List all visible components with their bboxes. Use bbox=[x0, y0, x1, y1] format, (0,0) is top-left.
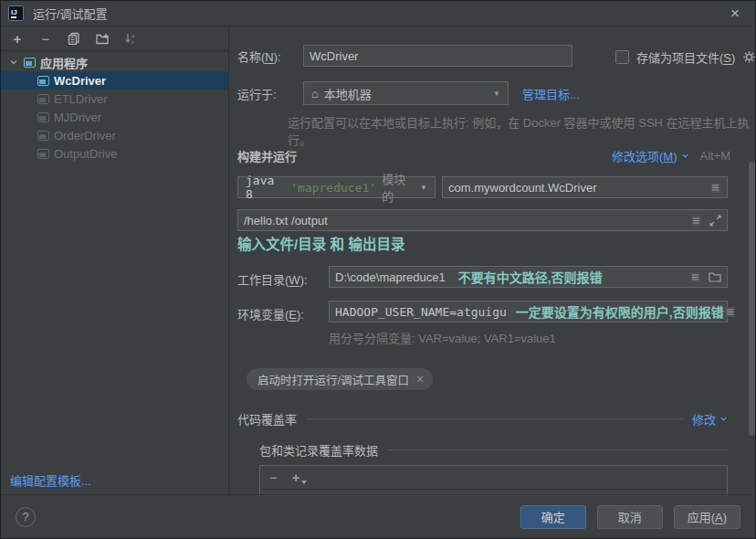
coverage-sub-title: 包和类记录覆盖率数据 bbox=[259, 441, 378, 459]
modify-options-link[interactable]: 修改选项(M) bbox=[612, 147, 677, 164]
tree-group-applications[interactable]: 应用程序 bbox=[1, 53, 228, 71]
list-icon[interactable] bbox=[689, 271, 701, 283]
main-class-input[interactable]: com.mywordcount.WcDriver bbox=[442, 176, 728, 198]
add-icon[interactable]: + bbox=[292, 470, 307, 485]
chevron-down-icon[interactable] bbox=[8, 57, 19, 68]
gear-icon[interactable] bbox=[742, 50, 756, 64]
divider bbox=[306, 418, 683, 419]
application-icon bbox=[37, 112, 49, 122]
tree-item-label: OrderDriver bbox=[54, 129, 116, 143]
build-and-run-title: 构建并运行 bbox=[237, 147, 297, 164]
tree-item-wcdriver[interactable]: WcDriver bbox=[1, 71, 228, 90]
scrollbar-thumb[interactable] bbox=[749, 162, 755, 436]
jre-module-select[interactable]: java 8 'mapreduce1' 模块的 ▼ bbox=[237, 176, 436, 198]
working-directory-input[interactable]: D:\code\mapreduce1 不要有中文路径,否则报错 bbox=[329, 266, 728, 288]
store-as-project-file-label: 存储为项目文件(S) bbox=[636, 48, 735, 66]
cancel-button[interactable]: 取消 bbox=[597, 505, 663, 529]
add-configuration-icon[interactable]: + bbox=[10, 31, 25, 46]
tree-group-label: 应用程序 bbox=[40, 54, 88, 71]
tree-item-orderdriver[interactable]: OrderDriver bbox=[1, 126, 228, 144]
tree-item-outputdrive[interactable]: OutputDrive bbox=[1, 144, 228, 163]
remove-configuration-icon[interactable]: − bbox=[38, 31, 53, 46]
store-as-project-file-checkbox[interactable] bbox=[615, 50, 629, 64]
list-icon[interactable] bbox=[709, 182, 721, 194]
application-icon bbox=[37, 131, 49, 141]
divider bbox=[387, 449, 728, 450]
svg-text:z: z bbox=[131, 39, 134, 45]
chevron-down-icon bbox=[719, 415, 728, 423]
edit-configuration-templates-link[interactable]: 编辑配置模板... bbox=[10, 471, 91, 489]
tree-item-etldriver[interactable]: ETLDriver bbox=[1, 90, 228, 108]
env-annotation: 一定要设置为有权限的用户,否则报错 bbox=[516, 302, 724, 321]
tree-item-label: OutputDrive bbox=[54, 147, 117, 161]
application-icon bbox=[37, 76, 49, 86]
run-debug-configurations-dialog: IJ 运行/调试配置 × + − az 应用程序 bbox=[0, 0, 756, 539]
chevron-down-icon: ▼ bbox=[420, 184, 427, 192]
ok-button[interactable]: 确定 bbox=[520, 505, 586, 529]
copy-configuration-icon[interactable] bbox=[67, 31, 81, 46]
tree-item-label: ETLDriver bbox=[54, 92, 108, 106]
manage-targets-link[interactable]: 管理目标... bbox=[522, 85, 580, 102]
sidebar-toolbar: + − az bbox=[1, 26, 228, 51]
intellij-logo-icon: IJ bbox=[8, 5, 24, 21]
application-icon bbox=[24, 58, 36, 68]
code-coverage-title: 代码覆盖率 bbox=[237, 410, 297, 428]
chevron-down-icon bbox=[681, 152, 689, 160]
environment-variables-label: 环境变量(E): bbox=[237, 305, 304, 322]
chevron-down-icon bbox=[301, 481, 307, 484]
coverage-modify-link[interactable]: 修改 bbox=[692, 410, 716, 428]
name-label: 名称(N): bbox=[237, 48, 281, 65]
run-on-hint: 运行配置可以在本地或目标上执行: 例如，在 Docker 容器中或使用 SSH … bbox=[288, 113, 756, 148]
coverage-table-toolbar: − + bbox=[260, 466, 727, 490]
sort-configurations-icon[interactable]: az bbox=[123, 31, 138, 46]
name-input[interactable]: WcDriver bbox=[303, 45, 572, 67]
environment-variables-input[interactable]: HADOOP_USER_NAME=atguigu 一定要设置为有权限的用户,否则… bbox=[329, 301, 728, 322]
list-icon[interactable] bbox=[724, 306, 736, 318]
args-annotation: 输入文件/目录 和 输出目录 bbox=[237, 233, 404, 253]
working-directory-label: 工作目录(W): bbox=[237, 270, 308, 288]
svg-text:a: a bbox=[131, 33, 135, 38]
configurations-tree: 应用程序 WcDriver ETLDriver MJDriver OrderDr… bbox=[1, 51, 228, 163]
help-button[interactable]: ? bbox=[16, 507, 36, 527]
tree-item-label: WcDriver bbox=[54, 74, 106, 88]
dialog-footer: ? 确定 取消 应用(A) bbox=[1, 494, 755, 538]
configuration-editor: 名称(N): WcDriver 存储为项目文件(S) 运行于: ⌂ 本地机器 ▼… bbox=[230, 26, 756, 496]
open-run-tool-window-tag[interactable]: 启动时打开运行/调试工具窗口 × bbox=[247, 368, 433, 390]
close-icon[interactable]: × bbox=[416, 372, 424, 386]
chevron-down-icon: ▼ bbox=[493, 90, 500, 98]
list-icon[interactable] bbox=[690, 215, 702, 227]
new-folder-icon[interactable] bbox=[95, 31, 110, 46]
program-arguments-input[interactable]: /hello.txt /output bbox=[237, 209, 728, 231]
modify-options-shortcut: Alt+M bbox=[700, 149, 731, 163]
application-icon bbox=[37, 94, 49, 104]
apply-button[interactable]: 应用(A) bbox=[674, 505, 740, 529]
env-hint: 用分号分隔变量: VAR=value; VAR1=value1 bbox=[329, 329, 556, 346]
coverage-table: − + bbox=[259, 465, 728, 496]
dialog-title: 运行/调试配置 bbox=[33, 5, 108, 22]
expand-icon[interactable] bbox=[709, 215, 721, 227]
title-bar: IJ 运行/调试配置 × bbox=[1, 1, 755, 26]
folder-browse-icon[interactable] bbox=[709, 271, 721, 282]
tree-item-label: MJDriver bbox=[54, 111, 101, 124]
tree-item-mjdriver[interactable]: MJDriver bbox=[1, 108, 228, 126]
run-on-label: 运行于: bbox=[237, 85, 277, 102]
home-icon: ⌂ bbox=[311, 87, 319, 100]
run-on-target-select[interactable]: ⌂ 本地机器 ▼ bbox=[303, 81, 509, 105]
application-icon bbox=[37, 149, 49, 159]
configurations-sidebar: + − az 应用程序 WcDriver bbox=[1, 26, 229, 496]
close-icon[interactable]: × bbox=[726, 5, 744, 23]
remove-icon[interactable]: − bbox=[269, 470, 278, 485]
workdir-annotation: 不要有中文路径,否则报错 bbox=[458, 268, 603, 286]
